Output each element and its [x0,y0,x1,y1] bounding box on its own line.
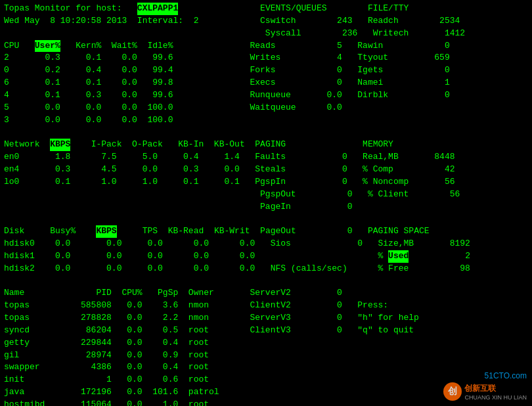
network-header: Network KBPS I-Pack O-Pack KB-In KB-Out … [4,139,528,151]
watermark-icon: 创 [443,382,462,401]
watermark-company: 创新互联 [464,383,527,394]
net-row-1: en4 0.3 4.5 0.0 0.3 0.0 Steals 0 % Comp … [4,164,528,176]
blank-2 [4,213,528,225]
watermark: 51CTO.com 创 创新互联 CHUANG XIN HU LIAN [443,371,527,401]
watermark-logo: 创 创新互联 CHUANG XIN HU LIAN [443,382,527,401]
disk-row-1: hdisk1 0.0 0.0 0.0 0.0 0.0 % Used 2 [4,250,528,263]
blank-1 [4,126,528,139]
proc-header: Name PID CPU% PgSp Owner ServerV2 0 [4,287,528,300]
cpu-row-1: 0 0.2 0.4 0.0 99.4 Forks 0 Igets 0 [4,64,528,77]
cpu-row-2: 6 0.1 0.1 0.0 99.8 Execs 0 Namei 1 [4,77,528,89]
disk-row-2: hdisk2 0.0 0.0 0.0 0.0 0.0 NFS (calls/se… [4,263,528,275]
cpu-row-0: 2 0.3 0.1 0.0 99.6 Writes 4 Ttyout 659 [4,52,528,64]
net-row-4: PageIn 0 [4,201,528,214]
disk-row-0: hdisk0 0.0 0.0 0.0 0.0 0.0 Sios 0 Size,M… [4,238,528,250]
net-row-2: lo0 0.1 1.0 1.0 0.1 0.1 PgspIn 0 % Nonco… [4,176,528,189]
watermark-subtitle: CHUANG XIN HU LIAN [464,394,527,401]
net-row-0: en0 1.8 7.5 5.0 0.4 1.4 Faults 0 Real,MB… [4,151,528,164]
watermark-site: 51CTO.com [485,371,527,380]
proc-row-0: topas 585808 0.0 3.6 nmon ClientV2 0 Pre… [4,300,528,312]
header-line1: Topas Monitor for host: CXLPAPP1 EVENTS/… [4,3,528,15]
terminal-screen: Topas Monitor for host: CXLPAPP1 EVENTS/… [0,0,532,406]
proc-row-1: topas 278828 0.0 2.2 nmon ServerV3 0 "h"… [4,312,528,325]
net-row-3: PgspOut 0 % Client 56 [4,189,528,201]
cpu-row-3: 4 0.1 0.3 0.0 99.6 Runqueue 0.0 Dirblk 0 [4,89,528,102]
proc-row-4: gil 28974 0.0 0.9 root [4,350,528,362]
header-line3: Syscall 236 Writech 1412 [4,28,528,40]
cpu-header: CPU User% Kern% Wait% Idle% Reads 5 Rawi… [4,40,528,53]
header-line2: Wed May 8 10:20:58 2013 Interval: 2 Cswi… [4,15,528,28]
proc-row-3: getty 229844 0.0 0.4 root [4,337,528,350]
disk-header: Disk Busy% KBPS TPS KB-Read KB-Writ Page… [4,225,528,238]
blank-3 [4,275,528,288]
cpu-row-4: 5 0.0 0.0 0.0 100.0 Waitqueue 0.0 [4,102,528,114]
cpu-row-5: 3 0.0 0.0 0.0 100.0 [4,114,528,127]
proc-row-2: syncd 86204 0.0 0.5 root ClientV3 0 "q" … [4,325,528,337]
